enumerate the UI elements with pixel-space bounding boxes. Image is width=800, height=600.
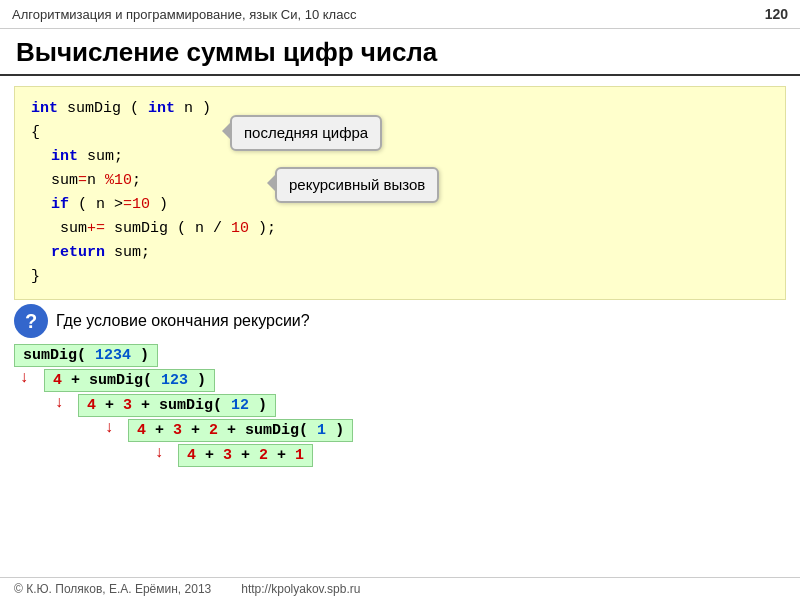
rec-row-1: 4 + sumDig( 123 ) [44, 369, 215, 392]
question-icon: ? [14, 304, 48, 338]
rec-call-4: 4 + 3 + 2 + 1 [178, 444, 313, 467]
down-arrow-3: ↓ [105, 419, 113, 435]
keyword-int-2: int [148, 100, 175, 117]
keyword-if: if [51, 196, 69, 213]
rec-row-4: 4 + 3 + 2 + 1 [178, 444, 313, 467]
footer-url: http://kpolyakov.spb.ru [241, 582, 360, 596]
rec-row-2: 4 + 3 + sumDig( 12 ) [78, 394, 276, 417]
down-arrow-2: ↓ [55, 394, 63, 410]
down-arrow-4: ↓ [155, 444, 163, 460]
keyword-return: return [51, 244, 105, 261]
page-number: 120 [765, 6, 788, 22]
rec-row-1-group: ↓ 4 + sumDig( 123 ) [14, 369, 786, 394]
arrow-col-3: ↓ [14, 419, 124, 435]
rec-call-2: 4 + 3 + sumDig( 12 ) [78, 394, 276, 417]
footer-author: © К.Ю. Поляков, Е.А. Ерёмин, 2013 [14, 582, 211, 596]
rec-call-1: 4 + sumDig( 123 ) [44, 369, 215, 392]
rec-row-0: sumDig( 1234 ) [14, 344, 786, 367]
rec-row-3-group: ↓ 4 + 3 + 2 + sumDig( 1 ) [14, 419, 786, 444]
rec-row-2-group: ↓ 4 + 3 + sumDig( 12 ) [14, 394, 786, 419]
code-block: int sumDig ( int n ) { int sum; sum=n %1… [14, 86, 786, 300]
recursive-calls-section: sumDig( 1234 ) ↓ 4 + sumDig( 123 ) ↓ 4 +… [14, 344, 786, 469]
code-line-8: } [31, 265, 769, 289]
code-line-7: return sum; [51, 241, 769, 265]
arrow-col-2: ↓ [14, 394, 74, 410]
tooltip-last-digit: последняя цифра [230, 115, 382, 151]
question-area: ? Где условие окончания рекурсии? [14, 304, 786, 338]
code-line-1: int sumDig ( int n ) [31, 97, 769, 121]
tooltip-recursive: рекурсивный вызов [275, 167, 439, 203]
keyword-int-3: int [51, 148, 78, 165]
code-line-6: sum+= sumDig ( n / 10 ); [51, 217, 769, 241]
rec-row-4-group: ↓ 4 + 3 + 2 + 1 [14, 444, 786, 469]
code-line-3: int sum; [51, 145, 769, 169]
footer: © К.Ю. Поляков, Е.А. Ерёмин, 2013 http:/… [0, 577, 800, 600]
page-title: Вычисление суммы цифр числа [0, 29, 800, 76]
header-title: Алгоритмизация и программирование, язык … [12, 7, 356, 22]
keyword-int-1: int [31, 100, 58, 117]
arrow-col-4: ↓ [14, 444, 174, 460]
rec-call-0: sumDig( 1234 ) [14, 344, 158, 367]
question-text: Где условие окончания рекурсии? [56, 312, 310, 330]
rec-call-3: 4 + 3 + 2 + sumDig( 1 ) [128, 419, 353, 442]
arrow-col-1: ↓ [14, 369, 34, 385]
code-line-2: { [31, 121, 769, 145]
down-arrow-1: ↓ [20, 369, 28, 385]
rec-row-3: 4 + 3 + 2 + sumDig( 1 ) [128, 419, 353, 442]
slide-header: Алгоритмизация и программирование, язык … [0, 0, 800, 29]
